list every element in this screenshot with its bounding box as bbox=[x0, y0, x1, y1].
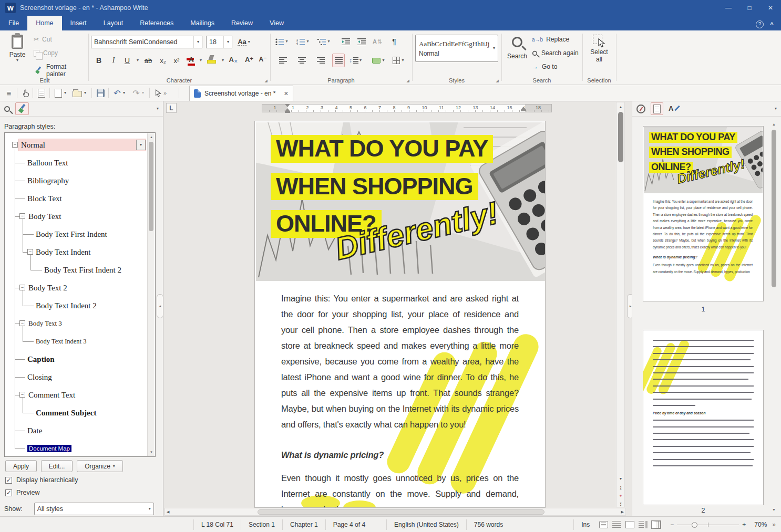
view-full-page-button[interactable] bbox=[625, 521, 634, 528]
redo-dropdown[interactable]: ▾ bbox=[140, 87, 146, 99]
style-item[interactable]: Caption bbox=[5, 353, 55, 366]
status-section[interactable]: Section 1 bbox=[241, 519, 282, 530]
dialog-launcher-icon[interactable]: ◢ bbox=[407, 79, 409, 83]
clear-formatting-button[interactable]: A ✕ bbox=[227, 53, 240, 66]
scroll-left-button[interactable]: ◀ bbox=[167, 510, 169, 514]
search-button[interactable]: Search bbox=[505, 37, 530, 60]
style-item[interactable]: Document Map bbox=[5, 442, 71, 455]
style-item-normal[interactable]: Normal bbox=[5, 139, 45, 151]
status-page[interactable]: Page 4 of 4 bbox=[325, 519, 373, 530]
style-item[interactable]: Body Text First Indent bbox=[5, 228, 107, 241]
search-again-button[interactable]: Search again bbox=[532, 49, 579, 57]
tab-file[interactable]: File bbox=[0, 16, 27, 30]
zoom-out-button[interactable]: − bbox=[670, 521, 674, 528]
sort-button[interactable]: A ⇅ bbox=[371, 35, 384, 48]
status-chapter[interactable]: Chapter 1 bbox=[282, 519, 325, 530]
replace-button[interactable]: a→b Replace bbox=[532, 36, 569, 43]
document-tab[interactable]: Screenshot vorlage - en * ✕ bbox=[189, 86, 293, 101]
style-item[interactable]: Body Text Indent 3 bbox=[5, 335, 86, 348]
view-book-button[interactable] bbox=[652, 521, 661, 528]
select-all-button[interactable]: Select all bbox=[587, 35, 612, 64]
apply-button[interactable]: Apply bbox=[5, 460, 37, 472]
grow-font-button[interactable]: A⁺ bbox=[243, 53, 255, 66]
help-icon[interactable]: ? bbox=[756, 20, 764, 28]
tab-stop-selector[interactable]: L bbox=[166, 103, 177, 113]
style-item-dropdown[interactable]: ▾ bbox=[136, 140, 146, 150]
tab-review[interactable]: Review bbox=[223, 16, 261, 30]
scrollbar-thumb[interactable] bbox=[149, 142, 153, 231]
bullet-list-button[interactable]: ▾ bbox=[275, 35, 288, 48]
format-painter-button[interactable]: Format painter bbox=[34, 63, 87, 78]
scroll-up-icon[interactable]: ▲ bbox=[148, 134, 155, 140]
copy-button[interactable]: Copy bbox=[34, 49, 58, 57]
line-spacing-button[interactable]: ↕ ▾ bbox=[349, 54, 362, 67]
zoom-slider[interactable] bbox=[677, 521, 739, 528]
dialog-launcher-icon[interactable]: ◢ bbox=[265, 79, 268, 83]
print-preview-icon[interactable] bbox=[36, 87, 47, 99]
style-item[interactable]: Body Text Indent bbox=[5, 246, 91, 258]
scroll-right-button[interactable]: ▶ bbox=[621, 510, 624, 514]
left-indent-marker[interactable] bbox=[285, 111, 290, 113]
shading-button[interactable]: ▾ bbox=[372, 54, 385, 67]
touch-mode-icon[interactable] bbox=[20, 87, 32, 99]
undo-dropdown[interactable]: ▾ bbox=[121, 87, 127, 99]
edit-style-button[interactable]: Edit... bbox=[41, 460, 73, 472]
scrollbar-thumb[interactable] bbox=[258, 509, 544, 515]
preview-checkbox[interactable]: ✓ Preview bbox=[5, 489, 39, 496]
zoom-slider-thumb[interactable] bbox=[692, 522, 697, 528]
status-more-icon[interactable]: » bbox=[772, 521, 776, 528]
align-right-button[interactable] bbox=[314, 54, 327, 67]
close-button[interactable]: ✕ bbox=[760, 2, 781, 14]
styles-list-scrollbar[interactable]: ▲ ▼ bbox=[147, 133, 155, 456]
next-page-button[interactable]: ▼▼ bbox=[617, 500, 624, 507]
style-item[interactable]: Body Text First Indent 2 bbox=[5, 264, 121, 276]
decrease-indent-button[interactable] bbox=[340, 35, 352, 48]
status-cursor-position[interactable]: L 18 Col 71 bbox=[193, 519, 241, 530]
borders-button[interactable]: ▾ bbox=[392, 54, 405, 67]
dialog-launcher-icon[interactable]: ◢ bbox=[496, 79, 499, 83]
italic-button[interactable]: I bbox=[107, 54, 120, 67]
tab-mailings[interactable]: Mailings bbox=[182, 16, 223, 30]
status-word-count[interactable]: 756 words bbox=[466, 519, 510, 530]
tab-home[interactable]: Home bbox=[27, 16, 61, 30]
document-page[interactable]: WHAT DO YOU PAY WHEN SHOPPING ONLINE? Di… bbox=[254, 121, 546, 508]
view-draft-button[interactable] bbox=[612, 521, 621, 528]
view-page-layout-button[interactable] bbox=[599, 521, 608, 528]
new-document-dropdown[interactable]: ▾ bbox=[62, 87, 68, 99]
highlight-button[interactable] bbox=[205, 53, 218, 66]
thumbnails-scrollbar[interactable]: ▲ ▼ bbox=[770, 122, 778, 514]
scroll-down-icon[interactable]: ▼ bbox=[148, 449, 155, 455]
style-gallery[interactable]: AaBbCcDdEeFfGgHhIiJj Normal ▾ bbox=[415, 35, 498, 62]
go-to-button[interactable]: → Go to bbox=[532, 63, 557, 70]
save-icon[interactable] bbox=[95, 87, 106, 99]
align-center-button[interactable] bbox=[295, 54, 308, 67]
style-item[interactable]: Comment Subject bbox=[5, 406, 96, 419]
style-item[interactable]: Closing bbox=[5, 371, 52, 383]
ruler[interactable]: 1 1 2 3 4 5 6 7 8 9 10 11 12 13 14 15 16… bbox=[262, 104, 552, 112]
style-item[interactable]: Comment Text bbox=[5, 389, 75, 401]
status-insert-mode[interactable]: Ins bbox=[573, 519, 597, 530]
show-formatting-button[interactable]: ¶ bbox=[388, 35, 400, 48]
paragraph-styles-list[interactable]: ▾ bbox=[4, 132, 156, 457]
increase-indent-button[interactable] bbox=[355, 35, 368, 48]
align-left-button[interactable] bbox=[276, 54, 289, 67]
style-item[interactable]: Date bbox=[5, 424, 42, 437]
proofing-tool[interactable]: A bbox=[669, 104, 679, 113]
tab-references[interactable]: References bbox=[131, 16, 182, 30]
superscript-button[interactable]: x² bbox=[170, 54, 183, 67]
menu-icon[interactable]: ≡ bbox=[3, 87, 15, 99]
document-horizontal-scrollbar[interactable]: ◀ ▶ bbox=[165, 508, 626, 516]
font-name-select[interactable]: Bahnschrift SemiCondensed ▾ bbox=[91, 36, 202, 48]
tab-view[interactable]: View bbox=[261, 16, 292, 30]
close-tab-icon[interactable]: ✕ bbox=[284, 90, 289, 97]
style-item[interactable]: Bibliography bbox=[5, 174, 69, 187]
browse-object-button[interactable]: ● bbox=[617, 492, 624, 499]
maximize-button[interactable]: □ bbox=[739, 2, 760, 14]
change-case-button[interactable]: Aa ▾ bbox=[238, 35, 250, 49]
thumbnails-menu-chevron-icon[interactable]: ▾ bbox=[775, 107, 777, 111]
open-file-dropdown[interactable]: ▾ bbox=[82, 87, 88, 99]
sidebar-menu-chevron-icon[interactable]: ▾ bbox=[157, 107, 159, 111]
subscript-button[interactable]: x₂ bbox=[157, 54, 169, 67]
display-hierarchically-checkbox[interactable]: ✓ Display hierarchically bbox=[5, 476, 78, 484]
first-line-indent-marker[interactable] bbox=[285, 104, 290, 107]
